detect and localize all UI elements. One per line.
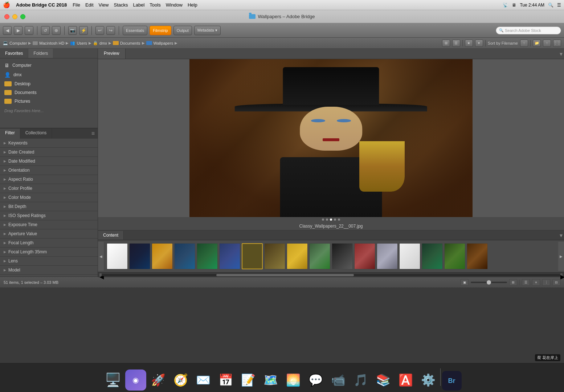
- thumb-17[interactable]: [467, 243, 488, 269]
- filter-color-mode[interactable]: ▶ Color Mode: [0, 193, 98, 202]
- status-view-metadata[interactable]: ⊟: [552, 279, 560, 286]
- thumb-11[interactable]: [332, 243, 353, 269]
- maximize-button[interactable]: [20, 14, 25, 19]
- thumb-10[interactable]: [309, 243, 330, 269]
- content-collapse-button[interactable]: ▾: [558, 230, 564, 240]
- metadata-button[interactable]: Metadata ▾: [194, 26, 221, 35]
- filter-orientation[interactable]: ▶ Orientation: [0, 166, 98, 175]
- menu-help[interactable]: Help: [188, 2, 197, 8]
- filter-exposure-time[interactable]: ▶ Exposure Time: [0, 220, 98, 229]
- fav-desktop[interactable]: Desktop: [0, 79, 98, 88]
- camera-raw-button[interactable]: 📷: [68, 26, 77, 35]
- filter-bit-depth[interactable]: ▶ Bit Depth: [0, 202, 98, 211]
- scrollbar-track[interactable]: [102, 274, 560, 276]
- filmstrip-button[interactable]: Filmstrip: [150, 26, 171, 35]
- thumb-2[interactable]: [129, 243, 150, 269]
- thumb-3[interactable]: [152, 243, 173, 269]
- bc-computer[interactable]: 💻 Computer: [3, 41, 27, 45]
- dock-calendar[interactable]: 📅: [215, 369, 236, 391]
- status-view-grid[interactable]: ⊞: [509, 279, 517, 286]
- scroll-right-button[interactable]: ▶: [558, 242, 564, 271]
- grid-view-button[interactable]: ⊞: [442, 40, 450, 47]
- favorites-tab[interactable]: Favorites: [0, 49, 28, 58]
- filter-white-balance[interactable]: ▶ White Balance: [0, 275, 98, 277]
- bc-documents[interactable]: Documents: [113, 41, 140, 45]
- preview-collapse-button[interactable]: ▾: [558, 49, 564, 59]
- collections-tab[interactable]: Collections: [20, 128, 52, 139]
- search-box[interactable]: 🔍 Search Adobe Stock: [496, 26, 561, 34]
- apple-menu[interactable]: 🍎: [3, 1, 10, 8]
- status-view-single[interactable]: ▣: [461, 279, 469, 286]
- menu-file[interactable]: File: [73, 2, 80, 8]
- close-button[interactable]: [4, 14, 9, 19]
- star-dropdown-button[interactable]: ▾: [475, 40, 483, 47]
- dock-itunes[interactable]: 🎵: [350, 369, 371, 391]
- airplay-icon[interactable]: 📡: [503, 3, 508, 8]
- filter-options-button[interactable]: ≡: [89, 128, 98, 139]
- dock-appstore[interactable]: 🅰️: [395, 369, 416, 391]
- thumb-6[interactable]: [219, 243, 240, 269]
- dropdown-button[interactable]: ▾: [25, 26, 33, 35]
- filter-color-profile[interactable]: ▶ Color Profile: [0, 184, 98, 193]
- menu-stacks[interactable]: Stacks: [114, 2, 128, 8]
- filter-focal-35mm[interactable]: ▶ Focal Length 35mm: [0, 248, 98, 257]
- menu-edit[interactable]: Edit: [85, 2, 93, 8]
- dock-notes[interactable]: 📝: [238, 369, 259, 391]
- bc-users[interactable]: 👥 Users: [70, 41, 87, 45]
- fav-dmx[interactable]: 👤 dmx: [0, 70, 98, 79]
- filter-model[interactable]: ▶ Model: [0, 266, 98, 275]
- thumb-1[interactable]: [107, 243, 128, 269]
- display-icon[interactable]: 🖥: [512, 3, 516, 8]
- refresh-back-button[interactable]: ↩: [95, 26, 104, 35]
- rotate-left-button[interactable]: ↺: [41, 26, 50, 35]
- fav-documents[interactable]: Documents: [0, 88, 98, 97]
- new-folder-button[interactable]: 📁: [533, 40, 541, 47]
- control-center-icon[interactable]: ☰: [557, 3, 561, 8]
- bc-dmx[interactable]: 🔒 dmx: [93, 41, 107, 45]
- thumb-13[interactable]: [377, 243, 398, 269]
- filter-aperture[interactable]: ▶ Aperture Value: [0, 229, 98, 238]
- minimize-button[interactable]: [12, 14, 17, 19]
- action-button[interactable]: ⚡: [79, 26, 88, 35]
- filter-date-modified[interactable]: ▶ Date Modified: [0, 157, 98, 166]
- bc-wallpapers[interactable]: Wallpapers: [146, 41, 173, 45]
- thumb-12[interactable]: [354, 243, 375, 269]
- thumb-8[interactable]: [264, 243, 285, 269]
- forward-button[interactable]: ▶: [14, 26, 23, 35]
- menu-view[interactable]: View: [99, 2, 109, 8]
- filter-aspect-ratio[interactable]: ▶ Aspect Ratio: [0, 175, 98, 184]
- thumb-4[interactable]: [174, 243, 195, 269]
- fav-computer[interactable]: 🖥 Computer: [0, 61, 98, 70]
- dock-photos[interactable]: 🌅: [283, 369, 304, 391]
- dock-mail[interactable]: ✉️: [193, 369, 214, 391]
- dock-sysprefs[interactable]: ⚙️: [418, 369, 439, 391]
- thumbnail-size-slider[interactable]: [471, 282, 507, 283]
- upload-button[interactable]: ↑: [543, 40, 551, 47]
- scroll-right-end[interactable]: ▶: [560, 273, 563, 277]
- search-menubar-icon[interactable]: 🔍: [548, 3, 553, 8]
- filter-focal-length[interactable]: ▶ Focal Length: [0, 238, 98, 248]
- thumb-15[interactable]: [422, 243, 443, 269]
- menu-tools[interactable]: Tools: [150, 2, 160, 8]
- essentials-button[interactable]: Essentials: [123, 26, 147, 35]
- filter-keywords[interactable]: ▶ Keywords: [0, 139, 98, 148]
- back-button[interactable]: ◀: [3, 26, 12, 35]
- scroll-left-button[interactable]: ◀: [98, 242, 104, 271]
- menu-window[interactable]: Window: [166, 2, 183, 8]
- dock-maps[interactable]: 🗺️: [260, 369, 281, 391]
- dock-launchpad[interactable]: 🚀: [148, 369, 169, 391]
- bc-macintosh[interactable]: Macintosh HD: [33, 41, 64, 45]
- dock-siri[interactable]: ◉: [125, 369, 146, 391]
- thumb-7-selected[interactable]: [242, 243, 263, 269]
- status-view-detail[interactable]: ⋮: [542, 279, 550, 286]
- size-slider-thumb[interactable]: [487, 280, 491, 285]
- filter-iso-speed[interactable]: ▶ ISO Speed Ratings: [0, 211, 98, 220]
- dock-bridge[interactable]: Br: [442, 371, 462, 391]
- dock-safari[interactable]: 🧭: [170, 369, 191, 391]
- scrollbar-thumb[interactable]: [216, 274, 354, 276]
- dock-finder[interactable]: 🖥️: [103, 369, 124, 391]
- preview-tab[interactable]: Preview: [98, 49, 126, 59]
- dock-ibooks[interactable]: 📚: [373, 369, 394, 391]
- list-view-button[interactable]: ☰: [452, 40, 460, 47]
- output-button[interactable]: Output: [173, 26, 192, 35]
